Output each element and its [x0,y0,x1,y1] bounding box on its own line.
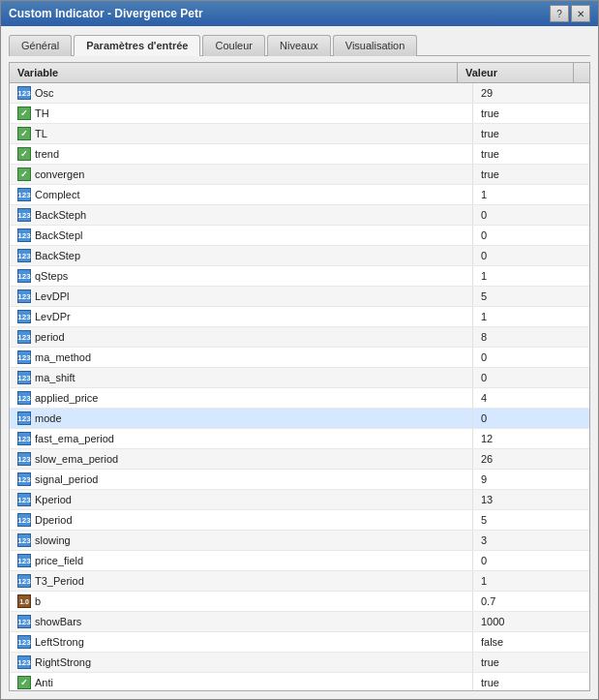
int-icon: 123 [17,269,31,283]
value-cell: 0 [473,551,589,570]
int-icon: 123 [17,472,31,486]
table-row[interactable]: ✓trendtrue [10,144,589,165]
variable-name: T3_Period [35,575,84,587]
table-row[interactable]: 123signal_period9 [10,470,589,490]
table-row[interactable]: 123LevDPr1 [10,307,589,327]
variable-cell: 123price_field [10,551,473,570]
variable-name: LevDPr [35,311,71,322]
variable-cell: 123Osc [10,83,473,103]
value-cell: 5 [473,287,589,306]
value-cell: 0 [473,226,589,245]
value-cell: 29 [473,83,589,103]
table-row[interactable]: 123ma_shift0 [10,368,589,388]
table-row[interactable]: 123BackStep0 [10,246,589,266]
table-row[interactable]: ✓THtrue [10,104,589,124]
table-body[interactable]: 123Osc29✓THtrue✓TLtrue✓trendtrue✓converg… [10,83,589,690]
value-cell: 0 [473,246,589,265]
table-row[interactable]: 123qSteps1 [10,266,589,287]
value-cell: 0 [473,205,589,225]
int-icon: 123 [17,86,31,100]
value-cell: 1 [473,571,589,591]
variable-name: RightStrong [35,656,91,668]
bool-icon: ✓ [17,127,31,140]
value-cell: true [473,144,589,164]
table-row[interactable]: ✓convergentrue [10,165,589,185]
int-icon: 123 [17,411,31,425]
table-row[interactable]: 123slowing3 [10,531,589,551]
table-row[interactable]: 123ma_method0 [10,348,589,368]
table-header: Variable Valeur [10,63,589,83]
table-row[interactable]: 123price_field0 [10,551,589,571]
int-icon: 123 [17,655,31,669]
value-cell: 0 [473,348,589,367]
variable-name: ma_method [35,351,91,363]
variable-name: ma_shift [35,372,75,383]
table-row[interactable]: 123slow_ema_period26 [10,449,589,470]
value-cell: 1 [473,307,589,326]
value-cell: 1 [473,266,589,286]
table-row[interactable]: 123Kperiod13 [10,490,589,510]
value-cell: true [473,165,589,184]
table-row[interactable]: 123T3_Period1 [10,571,589,592]
table-row[interactable]: 123applied_price4 [10,388,589,409]
tab-g-n-ral[interactable]: Général [9,35,72,56]
variable-name: BackStepl [35,229,83,241]
value-cell: 8 [473,327,589,347]
variable-name: signal_period [35,473,98,485]
variable-name: fast_ema_period [35,433,114,444]
variable-name: Complect [35,189,79,200]
int-icon: 123 [17,350,31,364]
header-valeur: Valeur [458,63,574,82]
table-row[interactable]: 123period8 [10,327,589,348]
int-icon: 123 [17,432,31,445]
int-icon: 123 [17,493,31,506]
bool-icon: ✓ [17,147,31,161]
tab-param-tres-d-entr-e[interactable]: Paramètres d'entrée [74,35,200,56]
variable-cell: 123LevDPl [10,287,473,306]
table-row[interactable]: 1.0b0.7 [10,592,589,612]
int-icon: 123 [17,574,31,588]
title-bar: Custom Indicator - Divergence Petr ? ✕ [1,1,598,26]
value-cell: 12 [473,429,589,448]
variable-name: applied_price [35,392,98,404]
variable-cell: ✓Anti [10,673,473,690]
int-icon: 123 [17,371,31,384]
variable-name: BackSteph [35,209,86,221]
tab-couleur[interactable]: Couleur [202,35,265,56]
help-button[interactable]: ? [550,5,569,22]
tab-bar: GénéralParamètres d'entréeCouleurNiveaux… [9,34,590,56]
variable-cell: 123LeftStrong [10,632,473,652]
table-row[interactable]: 123fast_ema_period12 [10,429,589,449]
table-row[interactable]: ✓TLtrue [10,124,589,144]
table-row[interactable]: 123Dperiod5 [10,510,589,531]
table-row[interactable]: 123RightStrongtrue [10,653,589,673]
variable-name: qSteps [35,270,68,282]
tab-visualisation[interactable]: Visualisation [333,35,418,56]
int-icon: 123 [17,533,31,547]
table-row[interactable]: 123Complect1 [10,185,589,205]
table-row[interactable]: 123mode0 [10,409,589,429]
variable-cell: ✓TH [10,104,473,123]
int-icon: 123 [17,330,31,344]
int-icon: 123 [17,391,31,405]
int-icon: 123 [17,452,31,466]
table-row[interactable]: 123LeftStrongfalse [10,632,589,653]
variable-cell: 123ma_method [10,348,473,367]
value-cell: 0 [473,368,589,387]
value-cell: 3 [473,531,589,550]
variable-cell: 123slow_ema_period [10,449,473,469]
variable-name: slowing [35,534,71,546]
table-row[interactable]: 123Osc29 [10,83,589,104]
variable-cell: 123signal_period [10,470,473,489]
int-icon: 123 [17,635,31,649]
tab-niveaux[interactable]: Niveaux [267,35,331,56]
table-row[interactable]: 123LevDPl5 [10,287,589,307]
value-cell: 5 [473,510,589,530]
table-row[interactable]: 123BackSteph0 [10,205,589,226]
table-row[interactable]: 123BackStepl0 [10,226,589,246]
parameters-table-container: Variable Valeur 123Osc29✓THtrue✓TLtrue✓t… [9,62,590,691]
table-row[interactable]: ✓Antitrue [10,673,589,690]
table-row[interactable]: 123showBars1000 [10,612,589,632]
close-button[interactable]: ✕ [571,5,590,22]
variable-name: TL [35,128,47,139]
